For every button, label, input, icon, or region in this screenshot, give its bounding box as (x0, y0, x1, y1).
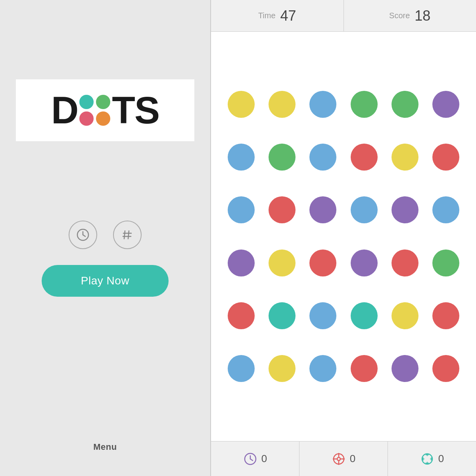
svg-point-15 (337, 457, 340, 461)
logo-dot-orange (96, 111, 110, 126)
logo: D TS (51, 91, 159, 129)
bottom-cell-extra: 0 (388, 441, 476, 476)
svg-line-2 (83, 235, 85, 236)
game-dot-4-1[interactable] (269, 302, 296, 329)
game-dot-3-1[interactable] (269, 250, 296, 276)
bottom-clock-icon (243, 452, 257, 466)
bottom-moves-count: 0 (350, 453, 355, 465)
left-panel: D TS (0, 0, 210, 476)
bottom-extra-count: 0 (438, 453, 444, 465)
game-dot-4-0[interactable] (228, 302, 255, 329)
mode-icons-group (69, 221, 142, 249)
game-dot-1-1[interactable] (269, 144, 296, 171)
game-dot-0-0[interactable] (228, 91, 255, 118)
moves-mode-button[interactable] (113, 221, 142, 249)
hash-icon (120, 228, 134, 242)
game-dot-3-3[interactable] (351, 250, 378, 276)
game-dot-5-4[interactable] (392, 355, 418, 382)
game-dot-3-4[interactable] (392, 250, 418, 276)
game-dot-0-2[interactable] (309, 91, 336, 118)
game-dot-4-5[interactable] (432, 302, 459, 329)
game-dot-0-3[interactable] (351, 91, 378, 118)
dots-grid[interactable] (225, 82, 463, 391)
game-dot-3-2[interactable] (309, 250, 336, 276)
game-dot-4-4[interactable] (392, 302, 418, 329)
bottom-arrows-icon (420, 452, 434, 466)
stats-bar: Time 47 Score 18 (211, 0, 476, 32)
clock-icon (76, 228, 90, 242)
game-dot-0-4[interactable] (392, 91, 418, 118)
time-stat: Time 47 (211, 0, 344, 31)
game-dot-0-5[interactable] (432, 91, 459, 118)
time-value: 47 (280, 8, 296, 24)
logo-container: D TS (16, 79, 194, 141)
game-dot-1-4[interactable] (392, 144, 418, 171)
time-mode-button[interactable] (69, 221, 97, 249)
game-dot-4-3[interactable] (351, 302, 378, 329)
game-dot-5-5[interactable] (432, 355, 459, 382)
svg-line-4 (128, 231, 129, 239)
play-now-button[interactable]: Play Now (42, 265, 169, 297)
game-dot-3-0[interactable] (228, 250, 255, 276)
game-dot-5-1[interactable] (269, 355, 296, 382)
game-dot-1-0[interactable] (228, 144, 255, 171)
logo-dots (79, 95, 110, 126)
logo-dot-teal (79, 95, 94, 109)
score-stat: Score 18 (344, 0, 476, 31)
menu-label[interactable]: Menu (93, 442, 117, 452)
score-value: 18 (415, 8, 430, 24)
game-dot-1-3[interactable] (351, 144, 378, 171)
game-dot-5-2[interactable] (309, 355, 336, 382)
game-dot-2-5[interactable] (432, 196, 459, 223)
time-label: Time (258, 11, 276, 20)
logo-suffix: TS (112, 91, 159, 129)
game-dot-5-0[interactable] (228, 355, 255, 382)
svg-line-9 (250, 459, 253, 461)
bottom-bar: 0 0 (211, 441, 476, 476)
game-dot-1-5[interactable] (432, 144, 459, 171)
game-dot-0-1[interactable] (269, 91, 296, 118)
bottom-time-count: 0 (261, 453, 267, 465)
bottom-cell-time: 0 (211, 441, 299, 476)
logo-dot-green (96, 95, 110, 109)
game-dot-2-2[interactable] (309, 196, 336, 223)
svg-line-3 (124, 231, 125, 239)
game-dot-2-4[interactable] (392, 196, 418, 223)
game-dot-5-3[interactable] (351, 355, 378, 382)
right-panel: Time 47 Score 18 0 (210, 0, 476, 476)
bottom-cell-moves: 0 (299, 441, 388, 476)
bottom-crosshair-icon (332, 452, 346, 466)
game-dot-2-3[interactable] (351, 196, 378, 223)
logo-dot-pink (79, 111, 94, 126)
logo-prefix: D (51, 91, 78, 129)
game-dot-1-2[interactable] (309, 144, 336, 171)
game-dot-2-0[interactable] (228, 196, 255, 223)
game-dot-4-2[interactable] (309, 302, 336, 329)
score-label: Score (389, 11, 410, 20)
game-dot-3-5[interactable] (432, 250, 459, 276)
game-board (211, 32, 476, 441)
game-dot-2-1[interactable] (269, 196, 296, 223)
